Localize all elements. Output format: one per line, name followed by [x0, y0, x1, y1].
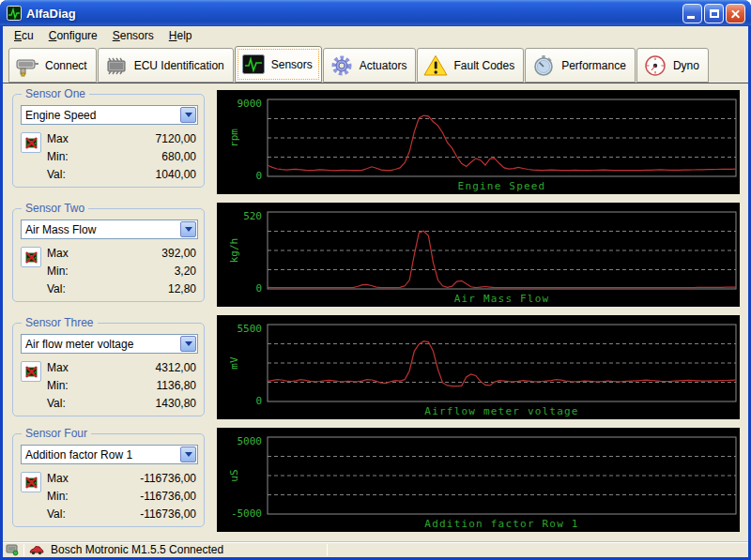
svg-text:Airflow meter voltage: Airflow meter voltage — [424, 405, 578, 417]
reset-minmax-icon — [24, 136, 38, 150]
svg-text:rpm: rpm — [228, 129, 240, 147]
stat-val: Val:-116736,00 — [47, 507, 196, 522]
engine-speed-chart: 90000rpmEngine Speed — [217, 90, 740, 194]
svg-text:uS: uS — [228, 469, 240, 481]
stat-val: Val:1430,80 — [47, 397, 196, 412]
statusbar-divider — [23, 544, 24, 556]
gear-icon — [329, 53, 355, 78]
svg-text:5000: 5000 — [238, 435, 263, 447]
sensor-four-select[interactable]: Addition factor Row 1 — [21, 445, 198, 464]
menu-sensors[interactable]: Sensors — [105, 27, 161, 44]
stat-min: Min:3,20 — [47, 265, 196, 280]
menu-configure[interactable]: Configure — [41, 27, 105, 44]
svg-text:Engine Speed: Engine Speed — [458, 180, 546, 192]
ecu-identification-button[interactable]: ECU Identification — [98, 48, 234, 83]
reset-minmax-button[interactable] — [21, 247, 41, 267]
maximize-button[interactable] — [704, 4, 724, 23]
stat-min: Min:680,00 — [47, 150, 196, 165]
chip-icon — [103, 53, 130, 78]
svg-text:0: 0 — [255, 395, 262, 407]
minimize-button[interactable] — [682, 4, 702, 23]
stopwatch-icon — [530, 53, 557, 78]
waveform-icon — [240, 53, 267, 77]
reset-minmax-button[interactable] — [21, 472, 41, 492]
stat-min: Min:1136,80 — [47, 379, 196, 394]
svg-text:9000: 9000 — [238, 98, 263, 110]
gauge-icon — [642, 53, 668, 78]
stat-val: Val:1040,00 — [47, 168, 196, 183]
airflow-meter-voltage-chart: 55000mVAirflow meter voltage — [217, 315, 740, 419]
groupbox-caption: Sensor One — [22, 87, 89, 100]
stat-max: Max392,00 — [47, 247, 196, 262]
svg-text:5500: 5500 — [238, 323, 263, 335]
groupbox-caption: Sensor Three — [22, 316, 98, 329]
groupbox-caption: Sensor Four — [22, 427, 91, 440]
reset-minmax-button[interactable] — [21, 132, 41, 153]
svg-text:0: 0 — [255, 282, 262, 295]
chevron-down-icon[interactable] — [180, 446, 196, 462]
svg-text:Air Mass Flow: Air Mass Flow — [454, 293, 550, 305]
groupbox-caption: Sensor Two — [22, 202, 88, 215]
stat-min: Min:-116736,00 — [47, 490, 196, 505]
app-window: AlfaDiag Ecu Configure Sensors Help Conn… — [0, 0, 751, 560]
chevron-down-icon[interactable] — [180, 336, 196, 352]
warning-triangle-icon — [422, 53, 449, 78]
dyno-button[interactable]: Dyno — [636, 48, 709, 83]
svg-text:mV: mV — [228, 356, 240, 370]
reset-minmax-icon — [24, 250, 38, 265]
stat-max: Max7120,00 — [47, 132, 196, 147]
sensor-one-panel: Sensor One Engine Speed Max7120,00 Min:6… — [12, 94, 205, 188]
status-text: Bosch Motronic M1.5.5 Connected — [51, 543, 223, 556]
app-icon — [7, 6, 22, 21]
sensor-three-select[interactable]: Air flow meter voltage — [21, 334, 198, 354]
stat-val: Val:12,80 — [47, 282, 196, 297]
svg-text:520: 520 — [243, 210, 262, 222]
menu-help[interactable]: Help — [161, 27, 200, 44]
connection-icon — [6, 544, 19, 556]
statusbar: Bosch Motronic M1.5.5 Connected — [3, 541, 748, 557]
svg-text:Addition factor Row 1: Addition factor Row 1 — [424, 518, 578, 530]
sensor-two-select[interactable]: Air Mass Flow — [21, 219, 198, 239]
chevron-down-icon[interactable] — [180, 107, 196, 123]
svg-text:kg/h: kg/h — [228, 238, 240, 264]
addition-factor-chart: 5000-5000uSAddition factor Row 1 — [217, 428, 740, 532]
statusbar-panel-separator — [327, 544, 328, 556]
toolbar: Connect ECU Identification Sensors — [3, 45, 748, 83]
sensor-one-select[interactable]: Engine Speed — [21, 105, 198, 125]
svg-text:0: 0 — [255, 170, 262, 182]
minimize-icon — [687, 16, 695, 19]
performance-button[interactable]: Performance — [525, 48, 636, 83]
chevron-down-icon[interactable] — [180, 221, 196, 237]
sensor-two-panel: Sensor Two Air Mass Flow Max392,00 Min:3… — [12, 208, 205, 302]
fault-codes-button[interactable]: Fault Codes — [417, 48, 524, 83]
stat-max: Max-116736,00 — [47, 472, 196, 487]
connect-button[interactable]: Connect — [8, 48, 97, 83]
reset-minmax-button[interactable] — [21, 361, 41, 382]
titlebar: AlfaDiag — [0, 0, 751, 26]
sensor-four-panel: Sensor Four Addition factor Row 1 Max-11… — [12, 433, 205, 527]
svg-text:-5000: -5000 — [231, 507, 262, 520]
maximize-icon — [710, 9, 719, 18]
sensors-button[interactable]: Sensors — [235, 46, 322, 83]
car-icon — [29, 545, 44, 555]
close-button[interactable] — [726, 4, 745, 23]
stat-max: Max4312,00 — [47, 361, 196, 376]
window-title: AlfaDiag — [26, 7, 682, 21]
reset-minmax-icon — [24, 476, 38, 490]
air-mass-flow-chart: 5200kg/hAir Mass Flow — [217, 203, 740, 307]
menubar: Ecu Configure Sensors Help — [3, 26, 748, 45]
sensor-three-panel: Sensor Three Air flow meter voltage Max4… — [12, 323, 205, 416]
actuators-button[interactable]: Actuators — [323, 48, 417, 83]
menu-ecu[interactable]: Ecu — [7, 27, 41, 44]
connect-icon — [14, 53, 40, 78]
reset-minmax-icon — [24, 365, 38, 379]
